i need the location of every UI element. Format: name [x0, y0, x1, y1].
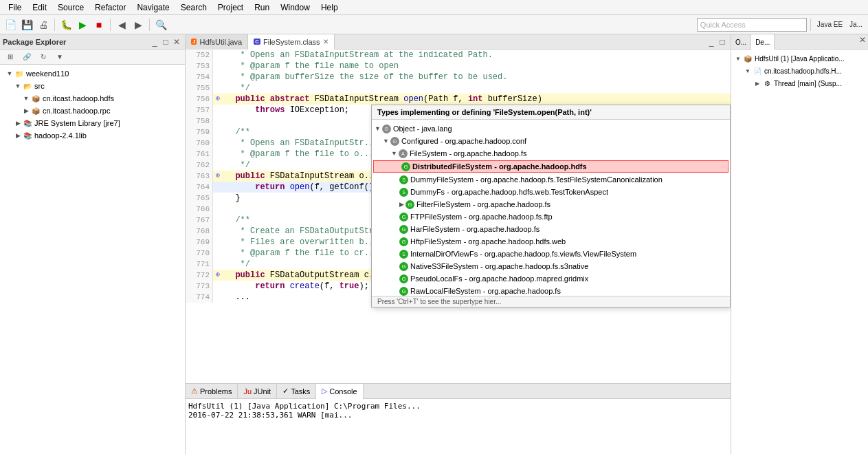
app-label: HdfsUtil (1) [Java Applicatio... [755, 55, 845, 63]
menu-run[interactable]: Run [249, 1, 275, 14]
popup-item-filesystem[interactable]: ▼ A FileSystem - org.apache.hadoop.fs [372, 147, 730, 160]
collapse-btn[interactable]: ⊞ [3, 50, 18, 65]
minimize-btn[interactable]: _ [149, 36, 160, 47]
save-btn[interactable]: 💾 [19, 17, 34, 32]
stop-btn[interactable]: ■ [91, 17, 107, 32]
type-hierarchy-popup[interactable]: Types implementing or defining 'FileSyst… [371, 105, 731, 307]
label-dummyfs1: DummyFileSystem - org.apache.hadoop.fs.T… [410, 175, 663, 184]
toggle-object[interactable]: ▼ [375, 125, 381, 132]
tab-filesystem[interactable]: C FileSystem.class ✕ [248, 34, 334, 50]
popup-item-rawlocal[interactable]: G RawLocalFileSystem - org.apache.hadoop… [372, 285, 730, 296]
label-ftpfs: FTPFileSystem - org.apache.hadoop.fs.ftp [410, 213, 553, 221]
tree-item-pkg-rpc[interactable]: ▶ 📦 cn.itcast.hadoop.rpc [0, 105, 185, 117]
popup-item-configured[interactable]: ▼ ⊙ Configured - org.apache.hadoop.conf [372, 135, 730, 147]
debug-btn[interactable]: 🐛 [58, 17, 74, 32]
hadoop-label: hadoop-2.4.1lib [34, 131, 87, 140]
tab-tasks[interactable]: ✓ Tasks [277, 384, 316, 399]
problems-icon: ⚠ [191, 387, 198, 396]
toggle-filesystem[interactable]: ▼ [391, 150, 397, 157]
line-content-758 [223, 116, 228, 127]
popup-status: Press 'Ctrl+T' to see the supertype hier… [372, 296, 730, 307]
arrow-756: ⊕ [213, 94, 223, 105]
toggle-app[interactable]: ▼ [734, 56, 742, 62]
toggle-pkg-rpc[interactable]: ▶ [22, 107, 30, 114]
toggle-configured[interactable]: ▼ [383, 138, 389, 144]
code-line-754: 754 * @param bufferSize the size of the … [186, 72, 731, 83]
new-btn[interactable]: 📄 [3, 17, 18, 32]
arrow-768 [213, 226, 223, 237]
right-tree-item-thread[interactable]: ▶ ⚙ Thread [main] (Susp... [731, 77, 868, 89]
line-num-765: 765 [186, 193, 213, 204]
menu-window[interactable]: Window [275, 1, 315, 14]
run-btn[interactable]: ▶ [75, 17, 90, 32]
search-btn[interactable]: 🔍 [153, 17, 168, 32]
label-internaldir: InternalDirOfViewFs - org.apache.hadoop.… [410, 250, 636, 258]
tab-close-btn[interactable]: ✕ [323, 38, 329, 45]
arrow-766 [213, 204, 223, 215]
popup-item-harfs[interactable]: G HarFileSystem - org.apache.hadoop.fs [372, 223, 730, 235]
popup-item-object[interactable]: ▼ ⊙ Object - java.lang [372, 122, 730, 135]
tree-item-pkg-hdfs[interactable]: ▼ 📦 cn.itcast.hadoop.hdfs [0, 92, 185, 105]
menu-navigate[interactable]: Navigate [131, 1, 175, 14]
popup-item-natives3[interactable]: G NativeS3FileSystem - org.apache.hadoop… [372, 260, 730, 272]
sep3 [149, 19, 150, 31]
print-btn[interactable]: 🖨 [36, 17, 51, 32]
tree-item-src[interactable]: ▼ 📂 src [0, 80, 185, 92]
toggle-hadoop[interactable]: ▶ [14, 132, 22, 139]
maximize-btn[interactable]: □ [160, 36, 171, 47]
menu-refactor[interactable]: Refactor [89, 1, 131, 14]
line-content-772: public FSDataOutputStream c... [223, 270, 386, 281]
tab-problems[interactable]: ⚠ Problems [186, 384, 238, 399]
popup-item-pseudolocal[interactable]: G PseudoLocalFs - org.apache.hadoop.mapr… [372, 272, 730, 285]
back-btn[interactable]: ◀ [114, 17, 129, 32]
popup-item-filterfs[interactable]: ▶ G FilterFileSystem - org.apache.hadoop… [372, 198, 730, 210]
toggle-src[interactable]: ▼ [14, 83, 22, 89]
sync-btn[interactable]: ↻ [36, 50, 51, 65]
menu-search[interactable]: Search [175, 1, 212, 14]
line-num-756: 756 [186, 94, 213, 105]
toggle-project[interactable]: ▼ [5, 70, 14, 77]
menu-edit[interactable]: Edit [27, 1, 52, 14]
right-tree-item-app[interactable]: ▼ 📦 HdfsUtil (1) [Java Applicatio... [731, 52, 868, 65]
line-content-774: ... [223, 292, 253, 303]
popup-item-hftpfs[interactable]: G HftpFileSystem - org.apache.hadoop.hdf… [372, 235, 730, 248]
menu-help[interactable]: Help [315, 1, 344, 14]
menu-project[interactable]: Project [212, 1, 249, 14]
tree-item-project[interactable]: ▼ 📁 weekend110 [0, 67, 185, 80]
right-tab-debug[interactable]: De... [751, 34, 775, 50]
toggle-pkg-hdfs[interactable]: ▼ [22, 95, 30, 102]
toggle-class[interactable]: ▼ [744, 68, 752, 74]
close-panel-btn[interactable]: ✕ [171, 36, 182, 47]
menu-file[interactable]: File [3, 1, 27, 14]
right-close-btn[interactable]: ✕ [857, 34, 868, 45]
arrow-771 [213, 259, 223, 270]
toggle-jre[interactable]: ▶ [14, 120, 22, 127]
icon-ftpfs: G [399, 213, 408, 221]
menu-source[interactable]: Source [52, 1, 89, 14]
editor-controls: _ □ [703, 36, 731, 47]
line-num-774: 774 [186, 292, 213, 303]
tree-item-hadoop-lib[interactable]: ▶ 📚 hadoop-2.4.1lib [0, 129, 185, 142]
link-btn[interactable]: 🔗 [19, 50, 34, 65]
popup-item-distributed[interactable]: G DistributedFileSystem - org.apache.had… [373, 160, 728, 173]
toggle-filterfs[interactable]: ▶ [399, 201, 404, 208]
popup-item-dummyfs2[interactable]: S DummyFs - org.apache.hadoop.hdfs.web.T… [372, 186, 730, 198]
arrow-764 [213, 182, 223, 193]
editor-minimize[interactable]: _ [706, 36, 717, 47]
editor-maximize[interactable]: □ [717, 36, 728, 47]
tab-console[interactable]: ▷ Console [316, 384, 363, 399]
right-tree-item-class[interactable]: ▼ 📄 cn.itcast.hadoop.hdfs.H... [731, 65, 868, 77]
right-tab-outline[interactable]: O... [731, 34, 751, 50]
line-num-766: 766 [186, 204, 213, 215]
fwd-btn[interactable]: ▶ [131, 17, 146, 32]
tab-hdfsutil[interactable]: J HdfsUtil.java [186, 34, 248, 50]
popup-item-ftpfs[interactable]: G FTPFileSystem - org.apache.hadoop.fs.f… [372, 210, 730, 223]
tab-junit[interactable]: Ju JUnit [238, 384, 277, 399]
line-content-757: throws IOException; [223, 105, 352, 116]
popup-item-internaldir[interactable]: S InternalDirOfViewFs - org.apache.hadoo… [372, 248, 730, 260]
tree-item-jre[interactable]: ▶ 📚 JRE System Library [jre7] [0, 117, 185, 129]
popup-item-dummyfs1[interactable]: S DummyFileSystem - org.apache.hadoop.fs… [372, 173, 730, 186]
label-hftpfs: HftpFileSystem - org.apache.hadoop.hdfs.… [410, 237, 566, 246]
menu-down-btn[interactable]: ▼ [52, 50, 67, 65]
toggle-thread[interactable]: ▶ [753, 80, 761, 87]
